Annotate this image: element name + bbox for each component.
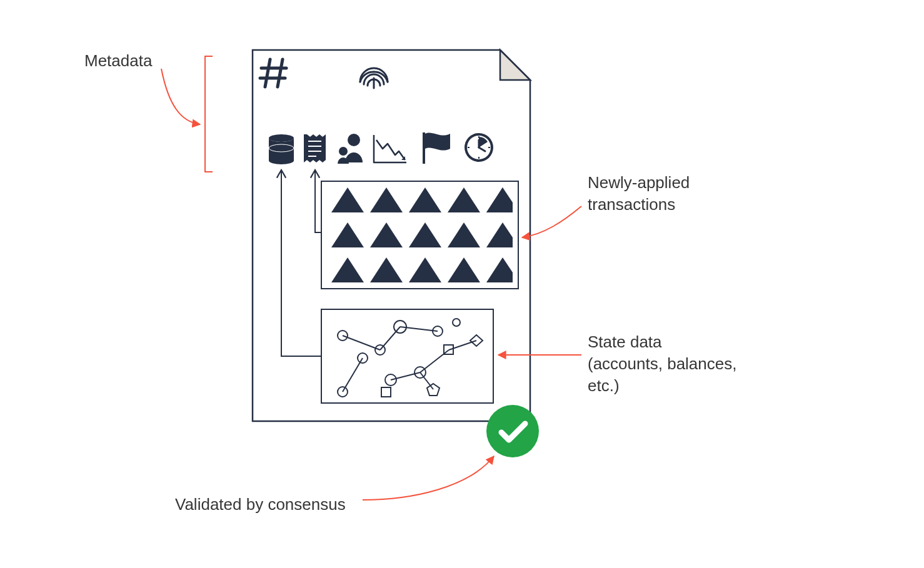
clock-icon — [465, 133, 493, 162]
transactions-box — [321, 181, 518, 289]
arrow-metadata — [161, 69, 200, 124]
svg-rect-12 — [423, 132, 425, 164]
metadata-bracket — [205, 56, 213, 172]
state-data-box — [321, 309, 493, 403]
svg-point-5 — [269, 144, 294, 152]
svg-point-11 — [339, 147, 348, 156]
diagram-svg — [0, 0, 924, 568]
svg-point-42 — [486, 405, 539, 457]
database-icon — [269, 134, 294, 164]
svg-point-10 — [348, 134, 360, 146]
diagram-stage: Metadata Newly-applied transactions Stat… — [0, 0, 924, 568]
validated-badge — [486, 405, 539, 457]
arrow-validated — [363, 456, 494, 500]
svg-point-4 — [269, 134, 294, 142]
receipt-icon — [304, 134, 326, 162]
